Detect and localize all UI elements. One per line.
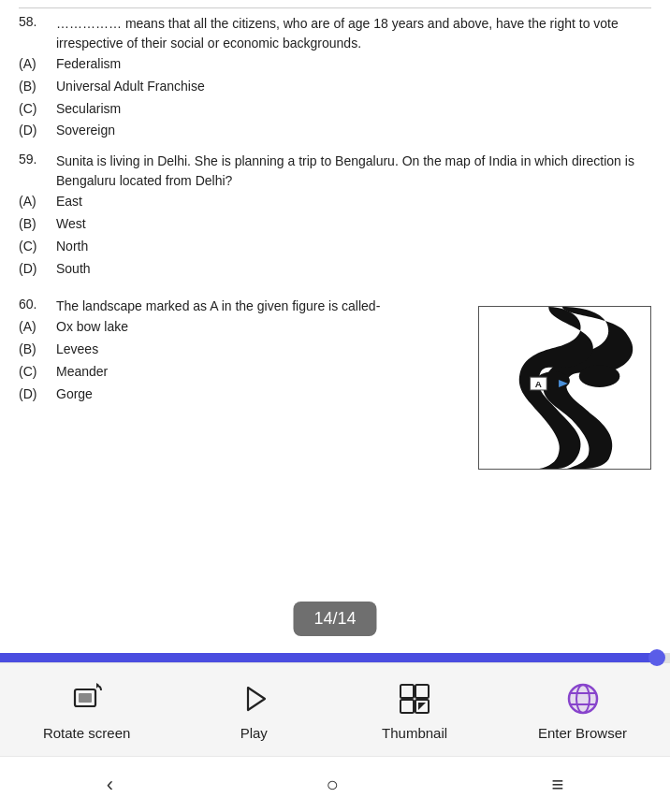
enter-browser-icon [562, 678, 604, 719]
q58-dots: …………… [56, 16, 122, 31]
list-item: (A) Ox bow lake [19, 316, 478, 339]
option-label: (D) [19, 120, 52, 142]
list-item: (C) Secularism [19, 98, 651, 121]
progress-bar-thumb[interactable] [648, 649, 665, 666]
back-button[interactable]: ‹ [107, 773, 113, 797]
option-text: West [56, 213, 86, 236]
content-area: 58. …………… means that all the citizens, w… [0, 0, 670, 653]
thumbnail-icon [394, 678, 435, 719]
list-item: (D) Gorge [19, 384, 478, 406]
nav-bar: ‹ ○ ≡ [0, 756, 670, 812]
page-indicator: 14/14 [293, 602, 376, 636]
rotate-screen-button[interactable]: Rotate screen [43, 678, 130, 741]
question-60-block: 60. The landscape marked as A in the giv… [19, 297, 651, 470]
list-item: (B) Levees [19, 339, 478, 361]
option-label: (A) [19, 191, 52, 213]
q60-image: A [478, 306, 651, 470]
option-label: (A) [19, 316, 52, 339]
option-label: (B) [19, 213, 52, 236]
option-text: Ox bow lake [56, 316, 128, 339]
progress-bar-container[interactable] [0, 653, 670, 662]
svg-rect-7 [79, 693, 92, 703]
list-item: (C) Meander [19, 361, 478, 384]
rotate-screen-label: Rotate screen [43, 725, 130, 741]
rotate-screen-icon [66, 678, 108, 719]
enter-browser-label: Enter Browser [538, 725, 627, 741]
q59-number: 59. [19, 152, 56, 167]
option-text: East [56, 191, 82, 213]
option-text: Sovereign [56, 120, 115, 142]
q58-number: 58. [19, 14, 56, 29]
home-button[interactable]: ○ [327, 773, 339, 797]
question-59-block: 59. Sunita is living in Delhi. She is pl… [19, 152, 651, 280]
option-label: (A) [19, 53, 52, 76]
enter-browser-button[interactable]: Enter Browser [538, 678, 627, 741]
q60-text: The landscape marked as A in the given f… [56, 297, 380, 316]
list-item: (A) Federalism [19, 53, 651, 76]
option-label: (B) [19, 339, 52, 361]
option-text: Gorge [56, 384, 93, 406]
question-58-block: 58. …………… means that all the citizens, w… [19, 14, 651, 142]
option-text: Meander [56, 361, 108, 384]
svg-rect-10 [401, 685, 414, 698]
option-label: (C) [19, 236, 52, 258]
option-text: North [56, 236, 88, 258]
option-label: (D) [19, 384, 52, 406]
option-label: (C) [19, 98, 52, 121]
play-label: Play [240, 725, 268, 741]
progress-bar-fill[interactable] [0, 653, 657, 662]
list-item: (D) South [19, 258, 651, 281]
q60-left: 60. The landscape marked as A in the giv… [19, 297, 478, 405]
list-item: (A) East [19, 191, 651, 213]
option-label: (B) [19, 76, 52, 98]
bottom-toolbar: Rotate screen Play Thumbnail [0, 662, 670, 756]
play-icon [233, 678, 274, 719]
list-item: (B) Universal Adult Franchise [19, 76, 651, 98]
svg-rect-11 [415, 685, 429, 698]
svg-point-19 [570, 686, 596, 712]
option-label: (D) [19, 258, 52, 281]
option-text: South [56, 258, 91, 281]
svg-marker-14 [418, 703, 426, 710]
list-item: (C) North [19, 236, 651, 258]
option-text: Universal Adult Franchise [56, 76, 205, 98]
q59-text: Sunita is living in Delhi. She is planni… [56, 152, 651, 191]
q59-options: (A) East (B) West (C) North (D) South [19, 191, 651, 280]
thumbnail-button[interactable]: Thumbnail [377, 678, 452, 741]
play-button[interactable]: Play [216, 678, 291, 741]
option-label: (C) [19, 361, 52, 384]
svg-marker-9 [248, 688, 265, 710]
river-svg: A [479, 307, 650, 469]
q58-options: (A) Federalism (B) Universal Adult Franc… [19, 53, 651, 142]
q60-options: (A) Ox bow lake (B) Levees (C) Meander (… [19, 316, 478, 405]
option-text: Secularism [56, 98, 121, 121]
option-text: Levees [56, 339, 98, 361]
q60-number: 60. [19, 297, 56, 312]
q58-body: means that all the citizens, who are of … [56, 16, 619, 51]
svg-point-1 [579, 366, 619, 388]
thumbnail-label: Thumbnail [382, 725, 447, 741]
list-item: (B) West [19, 213, 651, 236]
list-item: (D) Sovereign [19, 120, 651, 142]
svg-text:A: A [535, 379, 542, 389]
menu-button[interactable]: ≡ [551, 773, 563, 797]
svg-rect-12 [401, 700, 414, 713]
q58-text: …………… means that all the citizens, who a… [56, 14, 651, 53]
option-text: Federalism [56, 53, 121, 76]
top-divider [19, 7, 651, 8]
